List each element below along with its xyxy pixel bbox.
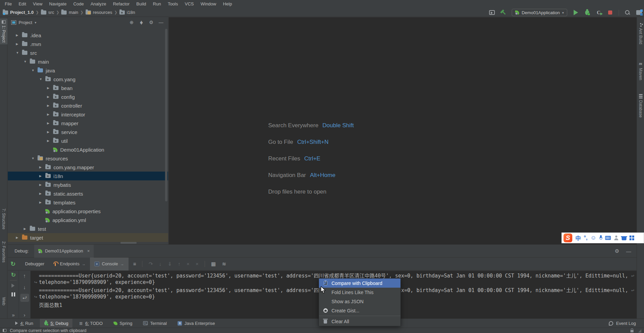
expand-arrow-icon[interactable]: [47, 95, 52, 98]
menu-run[interactable]: Run: [150, 0, 164, 8]
stripe-project-button[interactable]: 1: Project: [0, 19, 7, 44]
resize-grip[interactable]: ◢: [638, 329, 641, 332]
toolwindow-spring-button[interactable]: Spring: [110, 319, 137, 328]
tab-console[interactable]: > Console →: [90, 258, 129, 270]
step-into-button[interactable]: ↓: [159, 261, 162, 267]
menu-build[interactable]: Build: [133, 0, 150, 8]
toolbox-icon[interactable]: [629, 236, 631, 238]
menu-view[interactable]: View: [29, 0, 46, 8]
punctuation-mode-icon[interactable]: °,: [584, 235, 588, 241]
down-stack-trace-button[interactable]: ↓: [19, 284, 30, 290]
pause-program-button[interactable]: [12, 292, 13, 296]
step-over-button[interactable]: ↷: [148, 261, 153, 267]
menu-help[interactable]: Help: [220, 0, 235, 8]
expand-arrow-icon[interactable]: [39, 192, 44, 195]
toolwindow-terminal-button[interactable]: ›_ Terminal: [139, 319, 171, 328]
tree-item-mvn[interactable]: .mvn: [8, 40, 168, 48]
stripe-maven-button[interactable]: m Maven: [637, 60, 644, 82]
tree-item-controller[interactable]: controller: [8, 101, 168, 110]
toolwindow-java-enterprise-button[interactable]: tt Java Enterprise: [174, 319, 219, 328]
tab-endpoints[interactable]: Endpoints →: [49, 258, 90, 270]
rerun-application-button[interactable]: ↻: [10, 260, 16, 268]
tree-item-application-yml[interactable]: application.yml: [8, 216, 168, 224]
expand-arrow-icon[interactable]: [47, 104, 52, 107]
stripe-database-button[interactable]: Database: [637, 92, 644, 119]
run-to-cursor-button[interactable]: ×: [187, 261, 190, 267]
expand-arrow-icon[interactable]: [47, 121, 52, 125]
microphone-icon[interactable]: [599, 235, 602, 241]
tree-item-src[interactable]: src: [8, 48, 168, 57]
expand-arrow-icon[interactable]: [39, 201, 44, 204]
breadcrumb-i18n[interactable]: i18n: [119, 10, 135, 15]
tree-item-test[interactable]: test: [8, 224, 168, 233]
menu-item-fold-lines-like-this[interactable]: Fold Lines Like This: [319, 288, 400, 297]
tree-horizontal-scrollbar[interactable]: [120, 242, 137, 244]
expand-arrow-icon[interactable]: [39, 183, 44, 186]
run-button[interactable]: [573, 9, 579, 16]
menu-item-show-as-json[interactable]: Show as JSON: [319, 297, 400, 306]
emoji-icon[interactable]: ☺: [591, 235, 596, 241]
expand-arrow-icon[interactable]: [39, 174, 44, 178]
debug-button[interactable]: [584, 9, 590, 16]
tree-vertical-scrollbar[interactable]: [165, 29, 167, 201]
menu-vcs[interactable]: VCS: [181, 0, 197, 8]
menu-item-clear-all[interactable]: Clear All: [319, 317, 400, 326]
menu-edit[interactable]: Edit: [15, 0, 29, 8]
debug-session-tab[interactable]: Demo01Application ×: [34, 245, 94, 258]
trace-streams-button[interactable]: ≋: [222, 261, 226, 267]
run-with-coverage-button[interactable]: C: [596, 9, 602, 16]
toolwindow-todo-button[interactable]: ≣ 6: TODO: [75, 319, 107, 328]
tree-item-service[interactable]: service: [8, 128, 168, 136]
tree-item-interceptor[interactable]: interceptor: [8, 110, 168, 119]
evaluate-expression-button[interactable]: ▦: [211, 261, 216, 267]
expand-arrow-icon[interactable]: [31, 157, 36, 160]
expand-arrow-icon[interactable]: [16, 34, 21, 37]
tree-item-util[interactable]: util: [8, 136, 168, 145]
expand-arrow-icon[interactable]: [47, 130, 52, 134]
menu-tools[interactable]: Tools: [164, 0, 181, 8]
chinese-mode-icon[interactable]: 中: [575, 234, 581, 242]
tree-item-application-properties[interactable]: application.properties: [8, 207, 168, 216]
skin-icon[interactable]: [622, 236, 626, 240]
stripe-structure-button[interactable]: 7: Structure: [0, 207, 7, 231]
toolwindow-run-button[interactable]: 4: Run: [11, 319, 37, 328]
lock-icon[interactable]: [630, 330, 634, 332]
up-stack-trace-button[interactable]: ↑: [19, 273, 30, 279]
show-run-window-button[interactable]: [489, 9, 495, 16]
tab-debugger[interactable]: Debugger: [21, 258, 49, 270]
more-actions-button[interactable]: ›: [19, 312, 30, 318]
expand-arrow-icon[interactable]: [39, 77, 44, 81]
tree-item-target[interactable]: target: [8, 233, 168, 242]
collapse-all-button[interactable]: ▲▼: [138, 21, 145, 24]
expand-arrow-icon[interactable]: [24, 60, 28, 63]
debug-settings-button[interactable]: ⚙: [615, 248, 619, 254]
menu-code[interactable]: Code: [70, 0, 87, 8]
hide-panel-button[interactable]: —: [157, 20, 165, 25]
resume-program-button[interactable]: [12, 284, 15, 288]
project-structure-button[interactable]: [636, 9, 642, 16]
breadcrumb-src[interactable]: src: [41, 10, 54, 15]
tree-item-com-yang[interactable]: com.yang: [8, 75, 168, 84]
tree-item-resources[interactable]: resources: [8, 154, 168, 163]
mute-breakpoints-button[interactable]: ×: [196, 261, 199, 267]
tree-item-static-asserts[interactable]: static.asserts: [8, 189, 168, 198]
tree-item-com-yang-mapper[interactable]: com.yang.mapper: [8, 163, 168, 172]
tree-item-main[interactable]: main: [8, 57, 168, 66]
menu-analyze[interactable]: Analyze: [87, 0, 110, 8]
profile-icon[interactable]: [614, 236, 619, 240]
expand-arrow-icon[interactable]: [16, 236, 21, 239]
menu-refactor[interactable]: Refactor: [110, 0, 133, 8]
stripe-favorites-button[interactable]: 2: Favorites: [0, 240, 7, 264]
stripe-ant-build-button[interactable]: Ant Build: [637, 21, 644, 46]
locate-file-button[interactable]: ⊕: [128, 20, 135, 25]
stripe-web-button[interactable]: Web: [0, 295, 7, 307]
menu-navigate[interactable]: Navigate: [46, 0, 70, 8]
tree-item-bean[interactable]: bean: [8, 84, 168, 92]
stop-button[interactable]: [607, 9, 613, 16]
rerun-button[interactable]: ↻: [8, 271, 19, 279]
expand-arrow-icon[interactable]: [47, 86, 52, 90]
expand-arrow-icon[interactable]: [47, 139, 52, 142]
breadcrumb-main[interactable]: main: [61, 10, 78, 15]
expand-arrow-icon[interactable]: [16, 51, 21, 54]
tree-item-config[interactable]: config: [8, 92, 168, 101]
